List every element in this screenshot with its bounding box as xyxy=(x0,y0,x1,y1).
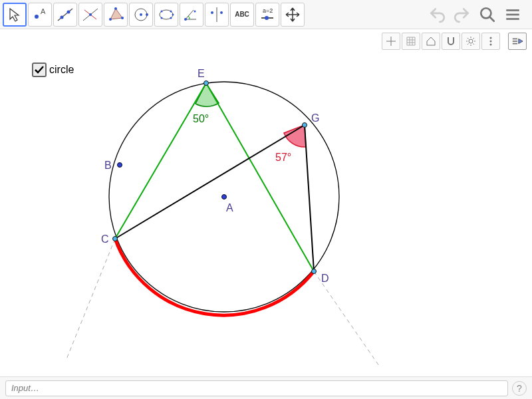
input-bar: ? xyxy=(0,376,532,399)
reflect-tool[interactable] xyxy=(205,3,229,27)
svg-point-16 xyxy=(161,10,163,12)
svg-point-20 xyxy=(172,13,174,15)
svg-line-30 xyxy=(489,17,494,21)
segment-gd xyxy=(305,125,314,271)
algebra-input[interactable] xyxy=(5,380,508,396)
svg-point-21 xyxy=(184,18,187,21)
main-toolbar: A ABC a=2 xyxy=(0,0,532,29)
svg-point-38 xyxy=(490,41,492,43)
dashed-line-d xyxy=(314,271,379,366)
axes-icon[interactable] xyxy=(382,33,400,50)
svg-marker-8 xyxy=(110,9,122,19)
line-tool[interactable] xyxy=(53,3,77,27)
dots-icon[interactable] xyxy=(481,33,500,50)
svg-text:a=2: a=2 xyxy=(263,7,273,14)
svg-text:A: A xyxy=(41,7,46,15)
point-a[interactable] xyxy=(222,195,227,200)
perpendicular-tool[interactable] xyxy=(78,3,102,27)
angle-e-value: 50° xyxy=(193,113,209,124)
dashed-line-c xyxy=(66,239,115,359)
svg-point-3 xyxy=(61,15,64,19)
svg-point-10 xyxy=(121,17,124,19)
conic-tool[interactable] xyxy=(154,3,178,27)
svg-point-28 xyxy=(265,16,269,20)
snap-icon[interactable] xyxy=(442,33,460,50)
search-button[interactable] xyxy=(477,5,497,25)
svg-point-39 xyxy=(490,44,492,46)
point-c[interactable] xyxy=(113,237,118,241)
svg-point-7 xyxy=(89,13,92,16)
label-e: E xyxy=(198,68,205,79)
redo-button[interactable] xyxy=(452,5,472,25)
menu-button[interactable] xyxy=(503,5,523,25)
svg-line-2 xyxy=(58,9,72,21)
point-d[interactable] xyxy=(312,269,317,274)
help-button[interactable]: ? xyxy=(512,381,527,396)
move-tool[interactable] xyxy=(3,3,27,27)
segment-ec xyxy=(115,83,206,239)
svg-point-37 xyxy=(490,37,492,39)
label-b: B xyxy=(104,160,112,171)
segment-ed xyxy=(206,83,314,271)
svg-point-11 xyxy=(109,18,112,21)
svg-point-0 xyxy=(35,15,39,19)
svg-point-19 xyxy=(170,17,172,19)
svg-point-25 xyxy=(220,11,223,14)
gear-icon[interactable] xyxy=(462,33,480,50)
angle-g-value: 57° xyxy=(275,152,291,163)
svg-marker-43 xyxy=(519,39,523,43)
svg-point-18 xyxy=(161,17,163,19)
point-e[interactable] xyxy=(204,81,209,86)
home-icon[interactable] xyxy=(422,33,440,50)
svg-point-22 xyxy=(194,10,196,12)
svg-point-24 xyxy=(211,11,213,14)
circle-center-tool[interactable] xyxy=(129,3,153,27)
text-tool[interactable]: ABC xyxy=(230,3,254,27)
geometry-canvas[interactable]: A B C D E G 50° 57° xyxy=(0,53,532,376)
segment-gc xyxy=(115,125,305,239)
circle-checkbox[interactable] xyxy=(32,63,47,77)
label-c: C xyxy=(101,233,109,245)
arc-cd xyxy=(115,239,314,315)
point-b[interactable] xyxy=(118,163,122,168)
polygon-tool[interactable] xyxy=(104,3,128,27)
point-g[interactable] xyxy=(303,123,307,128)
label-d: D xyxy=(321,273,329,284)
panel-icon[interactable] xyxy=(508,33,527,50)
grid-icon[interactable] xyxy=(402,33,420,50)
svg-point-9 xyxy=(114,7,117,10)
point-tool[interactable]: A xyxy=(28,3,52,27)
move-view-tool[interactable] xyxy=(281,3,305,27)
circle-checkbox-label[interactable]: circle xyxy=(49,64,74,76)
undo-button[interactable] xyxy=(427,5,447,25)
view-settings-bar xyxy=(0,29,532,53)
svg-point-36 xyxy=(469,39,473,43)
svg-point-13 xyxy=(140,13,142,16)
svg-point-14 xyxy=(146,13,148,16)
label-a: A xyxy=(226,202,233,213)
angle-tool[interactable] xyxy=(180,3,203,27)
svg-point-4 xyxy=(67,10,70,13)
svg-point-17 xyxy=(170,10,172,12)
circle-checkbox-row: circle xyxy=(32,63,74,77)
slider-tool[interactable]: a=2 xyxy=(255,3,279,27)
label-g: G xyxy=(311,112,319,124)
